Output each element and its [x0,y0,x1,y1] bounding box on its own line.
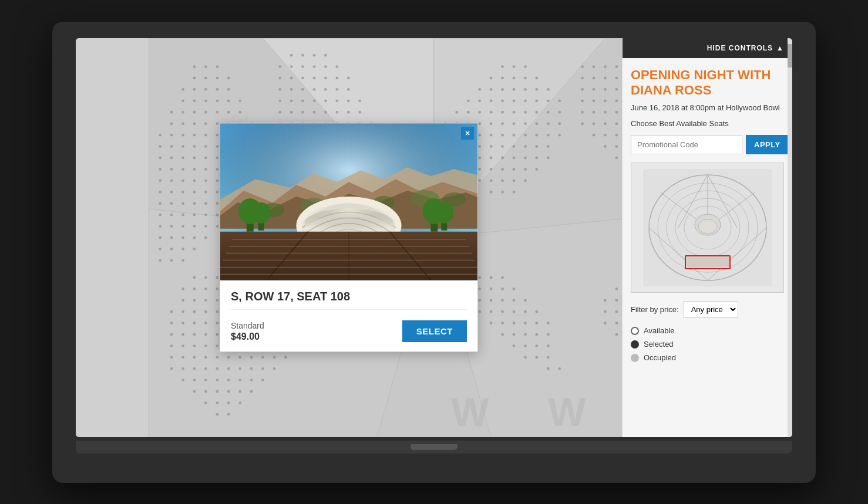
svg-point-143 [290,65,293,68]
svg-point-339 [604,76,607,79]
svg-point-551 [535,333,538,336]
svg-point-321 [513,168,516,171]
svg-point-87 [170,179,173,182]
svg-point-628 [252,202,271,224]
svg-point-387 [615,145,618,148]
svg-point-303 [501,145,504,148]
occupied-dot [631,354,639,362]
svg-point-148 [278,76,281,79]
svg-point-305 [524,145,527,148]
svg-point-67 [170,156,173,159]
svg-point-548 [501,333,504,336]
svg-point-573 [615,299,618,302]
svg-point-149 [290,76,293,79]
svg-point-508 [261,378,264,381]
price-type: Standard [231,321,264,330]
svg-point-52 [193,133,196,136]
svg-point-484 [216,356,218,358]
svg-point-499 [261,367,264,370]
apply-button[interactable]: APPLY [746,135,789,154]
svg-point-140 [313,53,316,56]
svg-point-545 [524,322,527,324]
svg-point-632 [435,202,453,224]
promo-input[interactable] [631,135,742,154]
svg-point-588 [604,322,607,324]
svg-point-547 [547,322,550,324]
svg-point-264 [547,99,550,102]
svg-point-558 [535,356,538,358]
svg-point-81 [216,168,218,171]
svg-point-549 [513,333,516,336]
svg-point-443 [204,310,207,313]
svg-point-127 [170,236,173,239]
scroll-track[interactable] [788,38,792,437]
seat-modal: × [220,123,478,352]
svg-point-96 [159,190,162,193]
price-filter-select[interactable]: Any price [684,301,738,318]
svg-point-147 [335,65,338,68]
svg-point-58 [170,145,173,148]
svg-point-510 [204,390,207,393]
svg-point-313 [513,156,516,159]
available-label: Available [644,326,675,335]
hide-controls-bar[interactable]: HIDE CONTROLS ▲ [623,38,792,58]
svg-point-131 [159,248,162,251]
filter-row: Filter by price: Any price [631,301,784,318]
svg-point-488 [261,356,264,358]
svg-point-351 [593,99,596,102]
svg-point-526 [478,287,481,290]
svg-point-146 [324,65,327,68]
svg-point-275 [558,110,561,113]
svg-point-471 [193,344,196,347]
svg-point-17 [204,65,207,68]
svg-point-513 [238,390,241,393]
svg-point-44 [204,122,207,125]
svg-point-561 [558,367,561,370]
select-button[interactable]: SELECT [402,320,467,342]
svg-point-560 [547,367,550,370]
svg-point-595 [615,333,618,336]
svg-point-245 [490,76,493,79]
svg-point-581 [615,310,618,313]
svg-point-323 [535,168,538,171]
svg-point-307 [547,145,550,148]
svg-point-258 [478,99,481,102]
svg-point-247 [513,76,516,79]
svg-point-261 [513,99,516,102]
svg-point-427 [181,287,184,290]
svg-point-124 [204,225,207,228]
price-info: Standard $49.00 [231,321,264,342]
svg-point-101 [216,190,218,193]
svg-point-153 [335,76,338,79]
svg-point-155 [278,88,281,91]
modal-close-button[interactable]: × [461,127,474,140]
svg-point-337 [581,76,584,79]
svg-point-487 [250,356,253,358]
svg-point-493 [193,367,196,370]
svg-point-177 [358,110,361,113]
svg-point-161 [347,88,350,91]
svg-point-174 [324,110,327,113]
hide-controls-label: HIDE CONTROLS [707,44,773,52]
svg-point-334 [604,65,607,68]
svg-point-350 [581,99,584,102]
svg-point-59 [181,145,184,148]
svg-point-301 [478,145,481,148]
svg-point-126 [159,236,162,239]
svg-point-326 [501,179,504,182]
svg-point-57 [159,145,162,148]
selected-dot [631,340,639,349]
svg-point-165 [313,99,316,102]
svg-point-589 [615,322,618,324]
svg-point-169 [358,99,361,102]
svg-point-522 [478,276,481,279]
svg-point-176 [347,110,350,113]
scroll-thumb[interactable] [788,44,792,67]
svg-point-80 [204,168,207,171]
svg-point-138 [290,53,293,56]
svg-point-66 [159,156,162,159]
svg-point-485 [227,356,230,358]
laptop: W W W × [52,22,816,483]
svg-point-498 [250,367,253,370]
svg-point-539 [513,310,516,313]
